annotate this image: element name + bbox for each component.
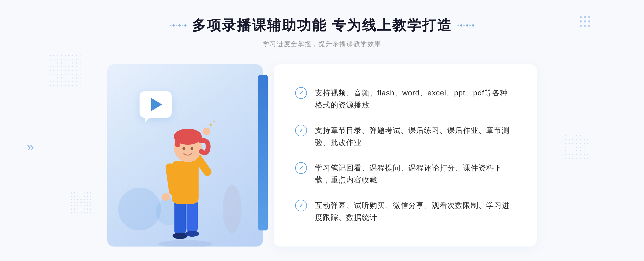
feature-text-4: 互动弹幕、试听购买、微信分享、观看次数限制、学习进度跟踪、数据统计 [315,200,515,224]
features-card: ✓ 支持视频、音频、flash、word、excel、ppt、pdf等各种格式的… [274,64,537,247]
header-decorators: 多项录播课辅助功能 专为线上教学打造 [170,16,474,35]
main-title: 多项录播课辅助功能 专为线上教学打造 [192,16,452,35]
sub-title: 学习进度全掌握，提升录播课教学效果 [170,40,474,48]
decorative-dots-right [564,134,590,161]
illustration-card: ✦ ✦ [107,64,263,247]
feature-text-3: 学习笔记回看、课程提问、课程评论打分、课件资料下载，重点内容收藏 [315,162,515,186]
check-icon-3: ✓ [295,162,307,174]
feature-item-1: ✓ 支持视频、音频、flash、word、excel、ppt、pdf等各种格式的… [295,82,515,117]
feature-text-2: 支持章节目录、弹题考试、课后练习、课后作业、章节测验、批改作业 [315,125,515,149]
feature-item-4: ✓ 互动弹幕、试听购买、微信分享、观看次数限制、学习进度跟踪、数据统计 [295,194,515,229]
feature-item-2: ✓ 支持章节目录、弹题考试、课后练习、课后作业、章节测验、批改作业 [295,119,515,154]
decorative-dots-bottom-left [70,191,91,213]
header-section: 多项录播课辅助功能 专为线上教学打造 学习进度全掌握，提升录播课教学效果 [170,16,474,48]
svg-rect-1 [174,198,186,236]
page-container: » 多项录播课辅助功能 专为线上教学打造 [0,0,644,261]
check-icon-4: ✓ [295,200,307,211]
svg-point-14 [191,147,193,150]
check-icon-1: ✓ [295,87,307,99]
svg-point-4 [185,231,199,237]
content-area: ✦ ✦ ✓ 支持视频、音频、flash、word、excel、ppt、pdf等各… [107,64,537,247]
chevron-left-icon: » [27,139,34,154]
decorative-grid-top-right [580,16,590,27]
blue-accent-bar [258,75,268,230]
check-icon-2: ✓ [295,125,307,136]
svg-point-0 [158,240,212,247]
feature-text-1: 支持视频、音频、flash、word、excel、ppt、pdf等各种格式的资源… [315,87,515,111]
right-decorator-dots [458,24,474,27]
decorative-dots-left [48,54,80,86]
svg-point-13 [182,147,185,150]
svg-text:✦: ✦ [213,119,216,124]
figure-illustration: ✦ ✦ [140,102,231,247]
left-decorator-dots [170,24,186,27]
svg-point-9 [203,128,210,135]
svg-point-7 [161,193,171,201]
svg-rect-12 [175,137,180,147]
feature-item-3: ✓ 学习笔记回看、课程提问、课程评论打分、课件资料下载，重点内容收藏 [295,157,515,192]
